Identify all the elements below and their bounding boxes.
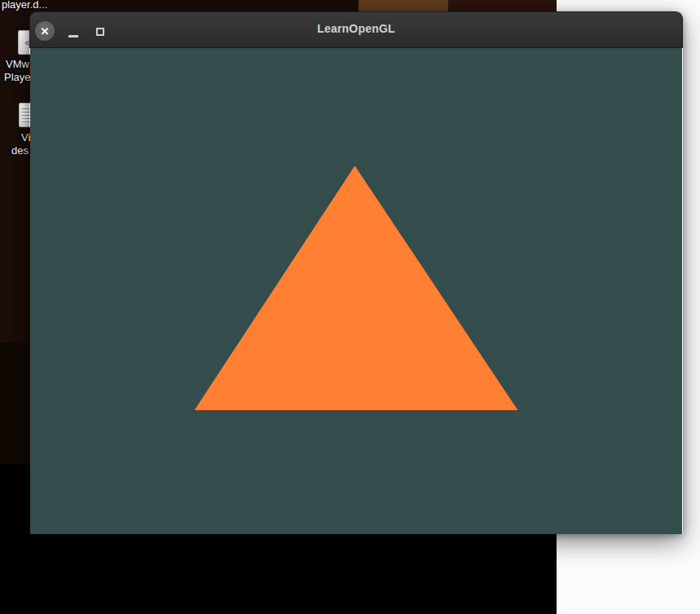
icon-label-line[interactable]: Playe: [4, 71, 31, 83]
close-icon: ✕: [41, 26, 50, 37]
wallpaper-patch: [0, 342, 29, 464]
minimize-button[interactable]: [68, 35, 78, 38]
hello-triangle: [30, 48, 682, 534]
desktop-icon-label-truncated[interactable]: player.d...: [2, 0, 47, 11]
maximize-button[interactable]: [96, 28, 104, 36]
opengl-viewport: [30, 48, 682, 534]
learnopengl-window: LearnOpenGL ✕: [29, 11, 683, 534]
close-button[interactable]: ✕: [35, 21, 55, 41]
window-title: LearnOpenGL: [30, 22, 682, 35]
icon-label-line[interactable]: VMw: [6, 58, 29, 70]
icon-label-line[interactable]: des: [11, 144, 29, 157]
titlebar[interactable]: LearnOpenGL ✕: [29, 11, 683, 48]
